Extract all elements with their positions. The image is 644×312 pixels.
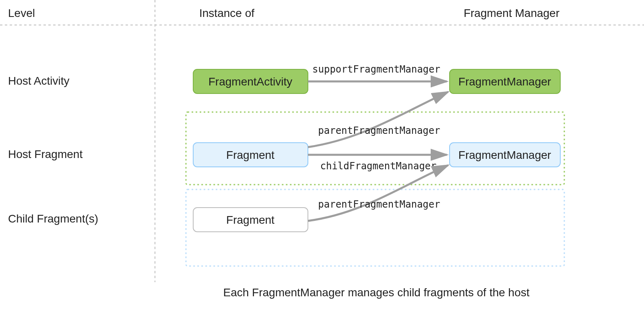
edge-parent-fm-1-label: parentFragmentManager xyxy=(318,125,440,136)
node-fragment-manager-1: FragmentManager xyxy=(450,69,560,94)
header-level: Level xyxy=(8,7,35,19)
node-fragment-activity-label: FragmentActivity xyxy=(208,75,293,88)
diagram-canvas: Level Instance of Fragment Manager Host … xyxy=(0,0,644,312)
node-fragment-1-label: Fragment xyxy=(226,149,275,161)
node-fragment-2-label: Fragment xyxy=(226,214,275,226)
edge-support-fm-label: supportFragmentManager xyxy=(312,64,440,75)
level-child-fragments: Child Fragment(s) xyxy=(8,212,98,225)
edge-parent-fm-2 xyxy=(308,165,448,221)
node-fragment-manager-2-label: FragmentManager xyxy=(458,149,551,161)
edge-parent-fm-1 xyxy=(308,92,448,147)
edge-child-fm-label: childFragmentManager xyxy=(320,160,437,172)
edge-parent-fm-2-label: parentFragmentManager xyxy=(318,199,440,210)
node-fragment-activity: FragmentActivity xyxy=(193,69,308,94)
diagram-caption: Each FragmentManager manages child fragm… xyxy=(223,286,529,299)
header-fragment-manager: Fragment Manager xyxy=(464,7,559,19)
level-host-fragment: Host Fragment xyxy=(8,148,83,160)
header-instance-of: Instance of xyxy=(199,7,254,19)
node-fragment-manager-1-label: FragmentManager xyxy=(458,75,551,88)
node-fragment-manager-2: FragmentManager xyxy=(450,143,560,167)
node-fragment-1: Fragment xyxy=(193,143,308,167)
level-host-activity: Host Activity xyxy=(8,75,69,87)
node-fragment-2: Fragment xyxy=(193,208,308,232)
